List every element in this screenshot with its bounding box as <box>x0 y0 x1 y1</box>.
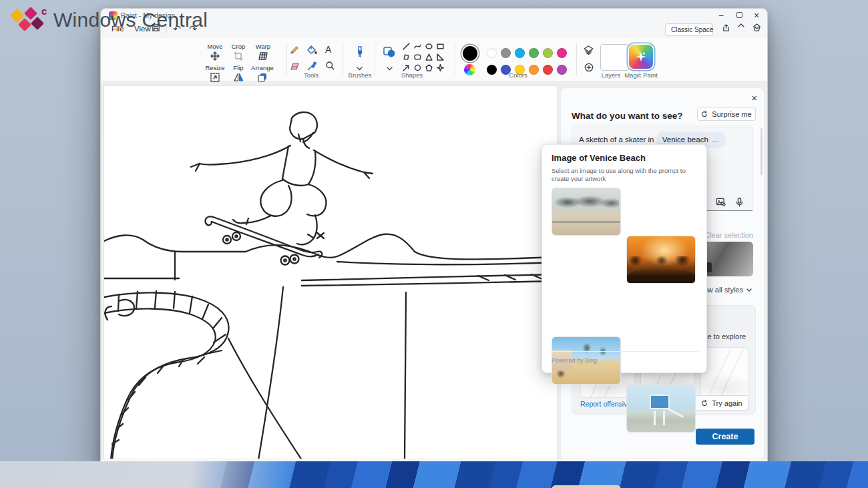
shape-curve-icon[interactable] <box>414 43 421 50</box>
create-button[interactable]: Create <box>696 429 754 445</box>
flip-icon <box>234 73 244 81</box>
pencil-tool[interactable] <box>289 45 300 55</box>
copilot-icon <box>752 23 761 32</box>
fill-bucket-icon <box>306 45 318 55</box>
maximize-button[interactable] <box>730 9 748 21</box>
crop-icon <box>234 51 243 61</box>
shape-circle-icon[interactable] <box>414 64 421 71</box>
popup-subtitle: Select an image to use along with the pr… <box>552 167 694 183</box>
magnifier-tool[interactable] <box>325 61 335 71</box>
shape-polygon-icon[interactable] <box>403 53 410 61</box>
layers-button[interactable] <box>583 45 594 55</box>
copilot-button[interactable] <box>752 23 766 35</box>
selected-color-swatch[interactable] <box>463 46 477 61</box>
chevron-up-icon <box>738 23 744 27</box>
shape-oval-icon[interactable] <box>425 43 433 50</box>
layer-thumbnail[interactable] <box>600 44 630 71</box>
tower-cabin <box>650 395 670 409</box>
add-layer-button[interactable] <box>584 63 594 72</box>
brushes-section-label: Brushes <box>349 71 372 79</box>
watermark-text: Windows Central <box>53 9 208 31</box>
shape-picker-icon <box>383 46 396 58</box>
cyclist-silhouette <box>556 371 566 379</box>
prompt-text-before: A sketch of a skater in <box>579 136 654 144</box>
venice-image-palm-trees[interactable] <box>552 485 621 488</box>
color-swatch[interactable] <box>487 48 497 58</box>
theme-dropdown[interactable]: Classic Space <box>665 23 713 36</box>
shape-pentagon-icon[interactable] <box>425 64 433 71</box>
shape-rectangle-icon[interactable] <box>437 43 444 50</box>
panel-scrollbar[interactable] <box>761 128 763 175</box>
canvas-drawing <box>104 86 557 460</box>
edit-colors-wheel-icon[interactable] <box>464 64 475 75</box>
image-chooser-popup: Image of Venice Beach Select an image to… <box>541 144 707 373</box>
warp-icon <box>258 51 268 61</box>
shape-right-triangle-icon[interactable] <box>437 53 444 61</box>
add-image-icon <box>716 198 726 206</box>
shape-line-icon[interactable] <box>403 43 410 50</box>
shape-arrow-icon[interactable] <box>403 64 410 71</box>
drawing-canvas[interactable] <box>104 86 557 460</box>
dictate-button[interactable] <box>736 198 743 207</box>
color-swatch[interactable] <box>543 48 553 58</box>
arrange-button[interactable]: Arrange <box>247 64 278 82</box>
brushes-chevron-icon[interactable] <box>357 67 363 71</box>
boardwalk-line <box>552 221 621 223</box>
shapes-grid <box>403 43 449 74</box>
color-picker-tool[interactable] <box>306 61 317 71</box>
surprise-me-button[interactable]: Surprise me <box>697 107 756 121</box>
microphone-icon <box>736 198 743 207</box>
add-image-button[interactable] <box>716 198 726 206</box>
tools-section-label: Tools <box>304 71 318 79</box>
color-swatch[interactable] <box>501 48 511 58</box>
text-tool[interactable]: A <box>325 44 331 55</box>
result-thumbnail-3[interactable] <box>700 347 748 398</box>
venice-image-skatepark-sunset[interactable] <box>626 236 696 284</box>
shape-triangle-icon[interactable] <box>425 53 433 61</box>
toolbar-divider <box>375 43 375 75</box>
shapes-chevron-icon[interactable] <box>387 67 393 71</box>
watermark: c Windows Central <box>5 3 208 37</box>
eraser-tool[interactable] <box>289 61 300 71</box>
cocreator-heading: What do you want to see? <box>572 111 683 121</box>
warp-label: Warp <box>248 43 278 50</box>
screen: { "watermark": { "brand": "Windows Centr… <box>0 0 868 488</box>
close-icon: × <box>754 10 759 21</box>
shape-star-icon[interactable] <box>437 64 444 71</box>
color-swatch[interactable] <box>543 65 553 75</box>
clear-selection-button[interactable]: Clear selection <box>704 231 753 239</box>
palm-silhouettes <box>627 256 696 266</box>
collapse-ribbon-button[interactable] <box>738 23 751 35</box>
panel-close-button[interactable]: × <box>751 93 757 103</box>
refresh-icon <box>701 400 708 407</box>
share-icon <box>722 23 730 32</box>
magic-paint-button[interactable] <box>629 45 653 69</box>
close-button[interactable]: × <box>748 9 765 21</box>
text-tool-icon: A <box>325 44 331 55</box>
plus-circle-icon <box>584 63 594 72</box>
color-swatch[interactable] <box>487 65 497 75</box>
fill-tool[interactable] <box>306 45 318 55</box>
minimize-button[interactable]: – <box>712 9 730 21</box>
toolbar-divider <box>576 43 577 75</box>
warp-button[interactable]: Warp <box>248 43 278 61</box>
color-swatch[interactable] <box>557 65 567 75</box>
shape-rounded-rect-icon[interactable] <box>414 53 421 61</box>
desktop-wallpaper <box>0 461 868 488</box>
chevron-down-icon <box>746 288 752 292</box>
eraser-icon <box>289 61 300 71</box>
color-swatch[interactable] <box>529 65 539 75</box>
color-swatch[interactable] <box>515 48 525 58</box>
share-button[interactable] <box>722 23 735 35</box>
palm-silhouettes <box>555 194 619 211</box>
windows-central-logo-icon: c <box>5 3 47 37</box>
brushes-button[interactable] <box>354 46 366 59</box>
report-offensive-link[interactable]: Report offensive <box>580 400 631 408</box>
refresh-icon <box>701 111 708 117</box>
venice-image-boardwalk-day[interactable] <box>552 188 621 236</box>
shape-picker-button[interactable] <box>383 46 396 58</box>
venice-image-lifeguard-tower[interactable] <box>626 385 696 433</box>
color-swatch[interactable] <box>529 48 539 58</box>
try-again-button[interactable]: Try again <box>695 395 748 411</box>
color-swatch[interactable] <box>557 48 567 58</box>
